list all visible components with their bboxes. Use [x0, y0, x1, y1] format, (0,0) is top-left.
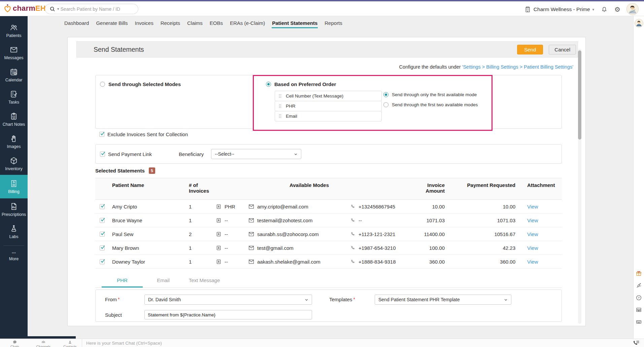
subject-input[interactable] [144, 310, 312, 319]
selected-count-badge: 5 [149, 167, 155, 174]
first-two-radio[interactable] [383, 102, 388, 107]
sidebar-item-messages[interactable]: Messages [0, 42, 28, 64]
table-row: Paul Sew 2 -- saurabh.ss@zohocorp.com +1… [95, 227, 562, 241]
invoice-count-cell: 2 [189, 231, 216, 237]
phr-compose-form: From* Dr. David Smith Templates* Send Pa… [95, 290, 562, 322]
row-checkbox[interactable] [100, 204, 105, 209]
org-selector[interactable]: Charm Wellness - Prime ▾ [524, 6, 594, 13]
phr-mode-cell: -- [216, 218, 248, 223]
tab-generate-bills[interactable]: Generate Bills [96, 17, 128, 28]
drag-handle-icon[interactable] [278, 93, 282, 99]
preferred-order-radio[interactable] [266, 82, 271, 87]
tab-receipts[interactable]: Receipts [160, 17, 180, 28]
send-button[interactable]: Send [517, 45, 543, 54]
tab-dashboard[interactable]: Dashboard [64, 17, 89, 28]
tab-reports[interactable]: Reports [324, 17, 343, 28]
table-row: Mary Brown 1 -- test@gmail.com +1987-654… [95, 241, 562, 255]
sidebar-item-labs[interactable]: Labs [0, 221, 28, 243]
sidebar-item-billing[interactable]: $ Billing [0, 175, 28, 198]
invoice-count-cell: 1 [189, 259, 216, 265]
email-mode-cell: amy.cripto@email.com [248, 204, 350, 209]
payment-requested-cell: 1071.03 [448, 218, 519, 223]
channels-button[interactable]: Channels [34, 340, 53, 347]
sidebar-item-tasks[interactable]: Tasks [0, 86, 28, 108]
contacts-button[interactable]: Contacts [61, 340, 79, 347]
sidebar-item-chart-notes[interactable]: CC Chart Notes [0, 108, 28, 130]
tab-email[interactable]: Email [143, 274, 184, 287]
table-row: Bruce Wayne 1 -- testemail@zohotest.com … [95, 214, 562, 227]
view-link[interactable]: View [527, 259, 538, 265]
first-available-radio[interactable] [383, 92, 388, 97]
tab-claims[interactable]: Claims [187, 17, 203, 28]
settings-gear-icon[interactable]: ⚙ [614, 6, 620, 13]
panel-scrollbar-thumb[interactable] [578, 50, 581, 140]
selected-modes-label: Send through Selected Modes [108, 81, 181, 87]
sidebar-item-inventory[interactable]: Inventory [0, 153, 28, 175]
row-checkbox[interactable] [100, 218, 105, 223]
sidebar-item-patients[interactable]: Patients [0, 20, 28, 42]
search-caret-icon: ▾ [57, 7, 59, 11]
view-link[interactable]: View [527, 245, 538, 251]
phone-dialpad-icon[interactable] [633, 340, 639, 346]
statements-table-header: Patient Name # of Invoices Available Mod… [95, 178, 562, 200]
row-checkbox[interactable] [100, 259, 105, 264]
phr-mode-cell: -- [216, 245, 248, 251]
gift-icon[interactable] [636, 270, 642, 277]
mail-icon [248, 245, 254, 250]
svg-text:$: $ [13, 181, 14, 184]
cancel-button[interactable]: Cancel [549, 45, 576, 54]
tab-phr[interactable]: PHR [102, 274, 143, 287]
chart-notes-icon: CC [9, 112, 18, 121]
exclude-invoices-checkbox[interactable] [99, 132, 104, 137]
sidebar-item-calendar[interactable]: 12 Calendar [0, 64, 28, 86]
selected-modes-radio[interactable] [100, 82, 105, 87]
phone-icon [350, 259, 355, 264]
envelope-icon [9, 45, 18, 54]
from-select[interactable]: Dr. David Smith [144, 295, 312, 305]
sidebar-item-images[interactable]: Images [0, 130, 28, 153]
drag-handle-icon[interactable] [278, 114, 282, 119]
rail-avatar[interactable] [635, 19, 643, 28]
tab-eras[interactable]: ERAs (e-Claim) [230, 17, 265, 28]
phone-icon [350, 245, 355, 250]
preferred-item-cell-number[interactable]: Cell Number (Text Message) [275, 91, 382, 101]
exclude-invoices-row: Exclude Invoices Sent for Collection [99, 131, 188, 137]
keyboard-icon[interactable] [636, 319, 642, 325]
notifications-bell-icon[interactable] [601, 6, 608, 13]
panels-icon[interactable] [636, 307, 642, 313]
charm-ehr-logo[interactable]: charmEHR [3, 4, 51, 13]
plug-icon[interactable] [636, 282, 642, 289]
mail-icon [248, 232, 254, 237]
billing-settings-link[interactable]: 'Settings > Billing Settings > Patient B… [462, 64, 573, 70]
smart-chat-input[interactable] [86, 339, 557, 347]
view-link[interactable]: View [527, 231, 538, 237]
view-link[interactable]: View [527, 204, 538, 209]
beneficiary-select[interactable]: --Select-- [211, 149, 301, 159]
sidebar-item-prescriptions[interactable]: Rx Prescriptions [0, 198, 28, 221]
sidebar-divider [3, 245, 24, 246]
col-invoices: # of Invoices [189, 178, 216, 199]
view-link[interactable]: View [527, 218, 538, 223]
payment-requested-cell: 10.00 [448, 204, 519, 209]
help-icon[interactable]: ? [636, 295, 642, 301]
preferred-item-phr[interactable]: PHR [275, 101, 382, 111]
tab-patient-statements[interactable]: Patient Statements [272, 17, 318, 28]
tab-eobs[interactable]: EOBs [209, 17, 223, 28]
invoice-amount-cell: 10.00 [421, 204, 448, 209]
templates-select[interactable]: Send Patient Statement PHR Template [375, 295, 511, 305]
tab-invoices[interactable]: Invoices [135, 17, 154, 28]
contact-person-icon [68, 340, 72, 345]
row-checkbox[interactable] [100, 232, 105, 237]
user-avatar[interactable] [626, 3, 639, 15]
send-payment-link-checkbox[interactable] [100, 152, 105, 157]
chats-button[interactable]: Chats [7, 340, 22, 347]
patient-search[interactable]: ▾ [45, 4, 138, 14]
sidebar-item-more[interactable]: More [0, 247, 28, 265]
drag-handle-icon[interactable] [278, 104, 282, 109]
page-title: Send Statements [77, 46, 144, 53]
preferred-item-email[interactable]: Email [275, 111, 382, 121]
phone-icon [350, 232, 355, 237]
search-input[interactable] [61, 6, 134, 12]
row-checkbox[interactable] [100, 245, 105, 250]
tab-text-message[interactable]: Text Message [184, 274, 225, 287]
